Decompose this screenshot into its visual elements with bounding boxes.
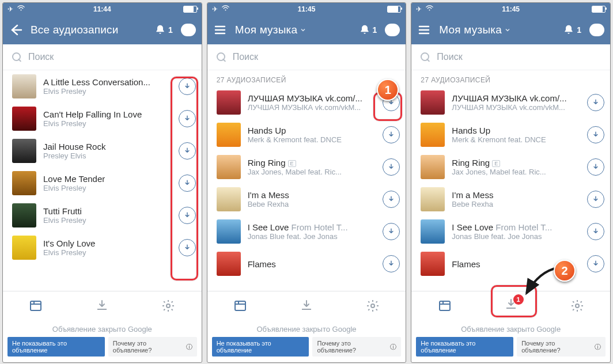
ad-why-button[interactable]: Почему это объявление?ⓘ [108,337,197,357]
tab-downloads[interactable] [69,291,135,320]
notifications-button[interactable]: 1 [359,24,377,36]
download-button[interactable] [383,158,400,176]
search-placeholder: Поиск [233,52,258,62]
page-title-dropdown[interactable]: Моя музыка [235,24,351,36]
track-row[interactable]: Hands UpMerk & Kremont feat. DNCE [411,119,610,151]
album-art [217,123,241,147]
track-artist: Elvis Presley [43,216,172,225]
search-icon [421,52,430,62]
album-art [12,74,36,98]
screen-3: ✈ 11:45 Моя музыка 1 Поиск 27 АУДИОЗАПИС… [411,2,611,363]
track-title: A Little Less Conversation... [43,77,172,87]
svg-point-20 [576,304,579,308]
status-bar: ✈ 11:45 [207,3,406,16]
track-title: Can't Help Falling In Love [43,109,172,119]
album-art [217,90,241,115]
ad-why-button[interactable]: Почему это объявление?ⓘ [517,337,606,357]
page-title-dropdown[interactable]: Моя музыка [439,24,555,36]
screen-2: ✈ 11:45 Моя музыка 1 Поиск 27 АУДИОЗАПИС… [207,2,407,363]
track-artist: Jonas Blue feat. Joe Jonas [248,232,376,241]
download-button[interactable] [383,191,400,208]
notifications-button[interactable]: 1 [563,24,581,36]
airplane-icon: ✈ [212,5,218,13]
download-button[interactable] [587,255,604,272]
svg-point-5 [225,10,226,11]
track-row[interactable]: Flames [411,248,610,280]
svg-point-4 [167,304,170,308]
search-bar[interactable]: Поиск [411,44,610,70]
track-row[interactable]: I See Love From Hotel T...Jonas Blue fea… [411,215,610,248]
track-row[interactable]: Flames [207,248,406,280]
svg-rect-9 [235,301,245,310]
ad-closed-text: Объявление закрыто Google [207,320,406,335]
back-button[interactable] [9,23,22,37]
track-artist: Bebe Rexha [452,200,580,208]
track-row[interactable]: Ring RingEJax Jones, Mabel feat. Ric... [207,151,406,183]
album-art [12,139,36,163]
tab-downloads[interactable] [274,291,340,320]
tab-browse[interactable] [207,291,274,320]
track-title: It's Only Love [43,238,172,248]
status-bar: ✈ 11:45 [411,3,610,16]
search-placeholder: Поиск [28,52,54,62]
messages-button[interactable] [181,24,196,36]
track-artist: ЛУЧШАЯ МУЗЫКА vk.com/vkM... [452,103,580,112]
track-row[interactable]: I'm a MessBebe Rexha [207,183,406,215]
track-list: ЛУЧШАЯ МУЗЫКА vk.com/...ЛУЧШАЯ МУЗЫКА vk… [411,86,610,291]
album-art [12,203,36,227]
download-button[interactable] [587,158,604,176]
track-title: ЛУЧШАЯ МУЗЫКА vk.com/... [452,93,580,103]
track-row[interactable]: Hands UpMerk & Kremont feat. DNCE [207,119,406,151]
track-title: Ring RingE [452,158,580,168]
download-button[interactable] [587,94,604,111]
track-title: I See Love From Hotel T... [452,222,580,232]
status-bar: ✈ 11:44 [3,3,202,16]
download-button[interactable] [383,223,400,240]
track-row[interactable]: Ring RingEJax Jones, Mabel feat. Ric... [411,151,610,183]
track-artist: Presley Elvis [43,151,172,160]
ad-row: Не показывать это объявление Почему это … [411,335,610,362]
tab-settings[interactable] [135,291,202,320]
ad-why-button[interactable]: Почему это объявление?ⓘ [312,337,401,357]
messages-button[interactable] [589,24,604,36]
nav-bar: Моя музыка 1 [411,16,610,44]
tab-settings[interactable] [339,291,406,320]
album-art [421,90,445,115]
ad-hide-button[interactable]: Не показывать это объявление [7,337,105,357]
tab-bar [3,291,202,320]
tab-browse[interactable] [411,291,478,320]
download-button[interactable] [383,255,400,272]
track-row[interactable]: ЛУЧШАЯ МУЗЫКА vk.com/...ЛУЧШАЯ МУЗЫКА vk… [411,86,610,119]
status-time: 11:44 [3,5,202,13]
track-artist: Jax Jones, Mabel feat. Ric... [452,168,580,176]
ad-row: Не показывать это объявление Почему это … [207,335,406,362]
track-row[interactable]: I See Love From Hotel T...Jonas Blue fea… [207,215,406,248]
tab-browse[interactable] [3,291,69,320]
search-bar[interactable]: Поиск [207,44,406,70]
wifi-icon [425,5,434,13]
menu-button[interactable] [213,23,227,37]
battery-icon [387,6,401,13]
album-art [12,171,36,195]
album-art [217,187,241,211]
status-time: 11:45 [207,5,406,13]
notifications-button[interactable]: 1 [154,24,173,36]
ad-hide-button[interactable]: Не показывать это объявление [416,337,513,357]
track-title: Jail House Rock [43,142,172,151]
download-button[interactable] [587,191,604,208]
page-title: Все аудиозаписи [31,24,146,36]
menu-button[interactable] [417,23,431,37]
track-row[interactable]: I'm a MessBebe Rexha [411,183,610,215]
track-title: I See Love From Hotel T... [248,222,376,232]
search-bar[interactable]: Поиск [3,44,202,70]
download-button[interactable] [383,126,400,143]
download-button[interactable] [587,126,604,143]
search-icon [12,52,21,62]
download-button[interactable] [587,223,604,240]
messages-button[interactable] [385,24,400,36]
ad-hide-button[interactable]: Не показывать это объявление [212,337,309,357]
chevron-down-icon [504,26,511,33]
track-title: Flames [248,259,376,269]
wifi-icon [17,5,25,13]
album-art [421,252,445,276]
